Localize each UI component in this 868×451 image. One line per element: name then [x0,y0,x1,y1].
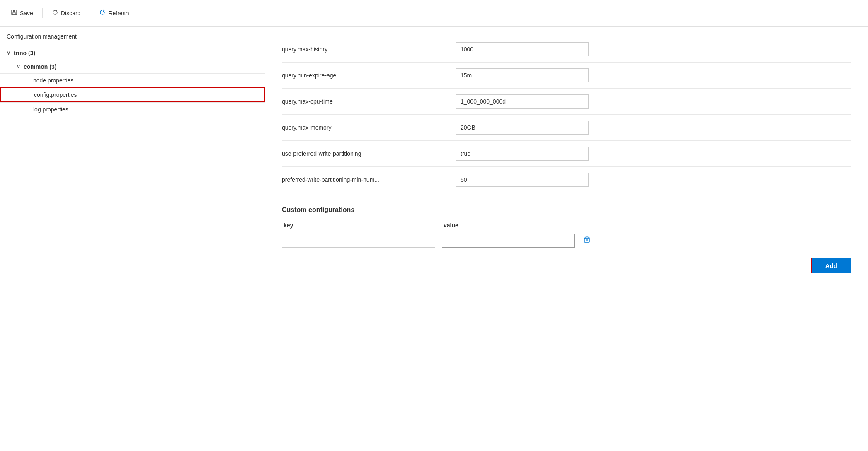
toolbar-divider-2 [90,8,90,18]
config-label-3: query.max-memory [282,124,456,131]
save-button[interactable]: Save [7,7,37,20]
add-btn-row: Add [282,258,851,283]
tree-separator-5 [0,116,265,116]
config-input-2[interactable] [456,94,589,109]
tree-item-log-properties[interactable]: log.properties [0,103,265,116]
discard-button[interactable]: Discard [48,7,85,20]
config-label-0: query.max-history [282,46,456,53]
tree-label-log-properties: log.properties [33,106,68,113]
refresh-icon [99,9,106,17]
config-row-0: query.max-history [282,36,851,63]
custom-config-headers: key value [282,222,851,229]
main-content: Configuration management ∨ trino (3) ∨ c… [0,27,868,451]
trash-icon [583,236,591,244]
sidebar: Configuration management ∨ trino (3) ∨ c… [0,27,265,451]
config-label-5: preferred-write-partitioning-min-num... [282,176,456,183]
chevron-icon: ∨ [7,50,10,56]
config-input-3[interactable] [456,121,589,135]
tree-label-trino: trino (3) [14,50,35,56]
config-input-0[interactable] [456,42,589,56]
config-row-4: use-preferred-write-partitioning [282,141,851,167]
config-row-3: query.max-memory [282,115,851,141]
config-input-1[interactable] [456,68,589,82]
discard-icon [52,9,58,17]
svg-rect-2 [12,13,16,15]
tree-item-node-properties[interactable]: node.properties [0,74,265,87]
svg-rect-3 [584,238,589,242]
custom-config-row-0 [282,234,851,248]
config-input-4[interactable] [456,147,589,161]
save-icon [11,9,17,17]
tree-label-config-properties: config.properties [34,92,77,98]
toolbar: Save Discard Refresh [0,0,868,27]
refresh-button[interactable]: Refresh [95,7,133,20]
config-row-5: preferred-write-partitioning-min-num... [282,167,851,193]
value-column-header: value [442,222,575,229]
tree-label-common: common (3) [24,63,56,70]
svg-rect-5 [586,237,588,238]
config-label-4: use-preferred-write-partitioning [282,150,456,157]
save-label: Save [20,10,33,17]
config-input-5[interactable] [456,173,589,187]
custom-value-input-0[interactable] [442,234,575,248]
toolbar-divider [42,8,43,18]
custom-key-input-0[interactable] [282,234,435,248]
config-label-2: query.max-cpu-time [282,98,456,105]
delete-row-button-0[interactable] [581,234,593,247]
config-row-1: query.min-expire-age [282,63,851,89]
refresh-label: Refresh [108,10,129,17]
config-label-1: query.min-expire-age [282,72,456,79]
tree-item-config-properties[interactable]: config.properties [0,87,265,102]
add-button[interactable]: Add [811,258,851,273]
custom-config-section: Custom configurations key value [282,206,851,283]
svg-rect-1 [13,10,15,12]
key-column-header: key [282,222,435,229]
config-row-2: query.max-cpu-time [282,89,851,115]
custom-config-title: Custom configurations [282,206,851,214]
right-panel: query.max-history query.min-expire-age q… [265,27,868,451]
chevron-icon-common: ∨ [17,64,20,70]
tree-item-trino[interactable]: ∨ trino (3) [0,46,265,60]
sidebar-title: Configuration management [0,33,265,46]
tree-item-common[interactable]: ∨ common (3) [0,60,265,73]
tree-label-node-properties: node.properties [33,77,73,84]
discard-label: Discard [61,10,80,17]
